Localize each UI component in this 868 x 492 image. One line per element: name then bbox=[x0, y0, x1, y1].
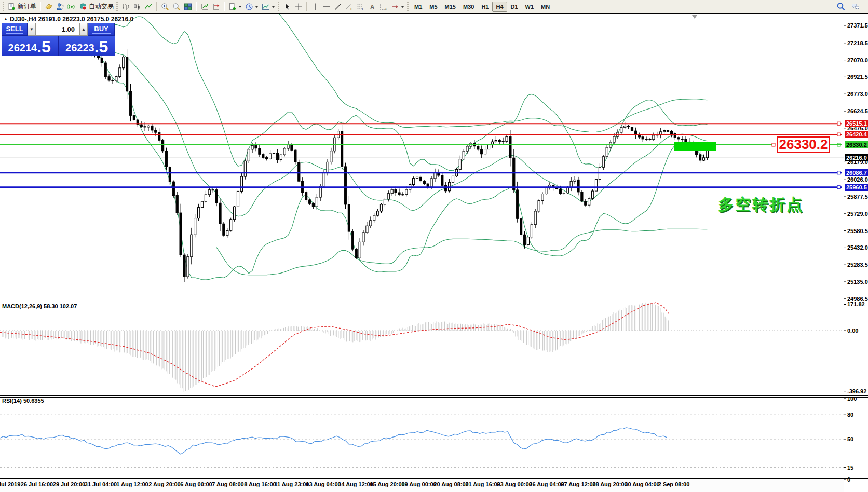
template-icon bbox=[262, 3, 270, 11]
price-axis-label: 26026.0 bbox=[847, 176, 868, 183]
timeframe-h1-button[interactable]: H1 bbox=[478, 2, 492, 12]
toolbar-separator bbox=[196, 2, 197, 11]
volume-decrease-button[interactable]: ▼ bbox=[28, 23, 36, 36]
time-axis-label: 7 Aug 08:00 bbox=[212, 481, 243, 487]
chat-button[interactable] bbox=[850, 1, 861, 12]
tile-windows-button[interactable] bbox=[182, 1, 194, 12]
text-button[interactable]: A bbox=[367, 1, 378, 12]
line-chart-button[interactable] bbox=[143, 1, 154, 12]
time-axis-label: 8 Aug 16:00 bbox=[244, 481, 276, 487]
price-axis-label: 25729.0 bbox=[847, 211, 868, 217]
caret-down-icon[interactable] bbox=[401, 3, 404, 11]
volume-increase-button[interactable]: ▲ bbox=[79, 23, 88, 36]
broadcast-icon bbox=[67, 3, 76, 11]
tiles-icon bbox=[184, 3, 192, 11]
trendline-button[interactable] bbox=[332, 1, 344, 12]
bars-icon bbox=[121, 3, 130, 11]
timeframe-mn-button[interactable]: MN bbox=[537, 2, 553, 12]
hline-handle[interactable] bbox=[837, 133, 840, 136]
shapes-icon bbox=[391, 3, 399, 11]
text-label-button[interactable]: T bbox=[378, 1, 389, 12]
time-axis-label: 30 Aug 04:00 bbox=[625, 481, 659, 487]
time-axis-label: 21 Aug 16:00 bbox=[465, 481, 500, 487]
caret-down-icon[interactable] bbox=[272, 3, 275, 11]
broadcast-button[interactable] bbox=[66, 1, 77, 12]
caret-down-icon[interactable] bbox=[238, 3, 242, 11]
channel-icon: E bbox=[345, 3, 354, 11]
timeframe-m15-button[interactable]: M15 bbox=[441, 2, 459, 12]
timeframe-m30-button[interactable]: M30 bbox=[459, 2, 478, 12]
rsi-label: RSI(14) 50.6355 bbox=[2, 398, 44, 404]
price-axis-label: 25877.5 bbox=[847, 194, 868, 200]
toolbar-grip bbox=[278, 2, 279, 11]
templates-dropdown[interactable] bbox=[260, 1, 277, 12]
zoom-out-button[interactable] bbox=[171, 1, 182, 12]
sell-price-display[interactable]: 26214.5 bbox=[2, 36, 58, 56]
candle-chart-button[interactable] bbox=[131, 1, 143, 12]
chart-shift-marker[interactable] bbox=[692, 15, 697, 19]
periods-dropdown[interactable] bbox=[243, 1, 260, 12]
bar-chart-button[interactable] bbox=[120, 1, 131, 12]
vertical-line-button[interactable] bbox=[309, 1, 321, 12]
price-tag-label[interactable]: 26330.2 bbox=[777, 136, 830, 153]
bollinger-bands bbox=[73, 13, 707, 280]
cursor-button[interactable] bbox=[281, 1, 293, 12]
zoom-in-button[interactable] bbox=[159, 1, 171, 12]
turning-point-note[interactable]: 多空转折点 bbox=[718, 194, 804, 215]
timeframe-m5-button[interactable]: M5 bbox=[426, 2, 441, 12]
chart-dropdown-icon[interactable]: ▲ bbox=[4, 17, 8, 21]
market-watch-button[interactable] bbox=[43, 1, 55, 12]
price-axis-label: 27218.5 bbox=[847, 40, 868, 46]
time-axis-label: 23 Aug 00:00 bbox=[497, 481, 532, 487]
toolbar-separator bbox=[156, 2, 157, 11]
clock-icon bbox=[245, 3, 253, 11]
price-axis-label: 26624.5 bbox=[847, 108, 868, 114]
rsi-axis-label: 0 bbox=[847, 476, 850, 483]
timeframe-m1-button[interactable]: M1 bbox=[411, 2, 426, 12]
buy-button[interactable]: BUY bbox=[88, 23, 115, 36]
indicator-window-button[interactable] bbox=[199, 1, 210, 12]
time-axis-label: 28 Aug 20:00 bbox=[592, 481, 627, 487]
price-axis-label: 25283.5 bbox=[847, 262, 868, 268]
timeframe-w1-button[interactable]: W1 bbox=[522, 2, 538, 12]
sell-button[interactable]: SELL bbox=[2, 23, 28, 36]
candles-icon bbox=[133, 3, 141, 11]
volume-input[interactable]: 1.00 bbox=[36, 23, 79, 36]
time-axis-label: 26 Jul 16:00 bbox=[21, 481, 53, 487]
price-badge-26515.1: 26515.1 bbox=[845, 120, 868, 127]
price-axis-label: 25580.5 bbox=[847, 228, 868, 234]
macd-axis-label: -396.92 bbox=[847, 388, 866, 394]
time-axis-label: 15 Aug 20:00 bbox=[370, 481, 404, 487]
chart-canvas bbox=[0, 13, 868, 492]
toolbar-separator bbox=[306, 2, 307, 11]
shapes-dropdown[interactable] bbox=[389, 1, 406, 12]
equidistant-channel-button[interactable]: E bbox=[344, 1, 355, 12]
toolbar-separator bbox=[224, 2, 225, 11]
crosshair-button[interactable] bbox=[293, 1, 304, 12]
search-button[interactable] bbox=[835, 1, 847, 12]
hline-handle[interactable] bbox=[837, 171, 840, 174]
time-axis-label: 11 Aug 23:00 bbox=[275, 481, 309, 487]
timeframe-d1-button[interactable]: D1 bbox=[507, 2, 522, 12]
auto-trading-button[interactable]: 自动交易 bbox=[77, 1, 115, 12]
time-axis-label: 27 Aug 12:00 bbox=[561, 481, 595, 487]
macd-axis-label: 0.00 bbox=[847, 327, 858, 334]
hline-handle[interactable] bbox=[837, 122, 840, 125]
new-chart-dropdown[interactable] bbox=[227, 1, 243, 12]
macd-axis-label: 171.82 bbox=[847, 301, 865, 307]
svg-text:T: T bbox=[385, 7, 387, 11]
hline-handle[interactable] bbox=[837, 186, 840, 189]
buy-price-display[interactable]: 26223.5 bbox=[59, 36, 115, 56]
indicator-window-2-button[interactable] bbox=[210, 1, 222, 12]
toolbar-grip bbox=[3, 2, 4, 11]
profile-button[interactable] bbox=[55, 1, 66, 12]
caret-down-icon[interactable] bbox=[255, 3, 259, 11]
time-axis[interactable]: 25 Jul 201926 Jul 16:0029 Jul 20:0031 Ju… bbox=[0, 479, 844, 492]
fibonacci-button[interactable]: F bbox=[355, 1, 367, 12]
time-axis-label: 29 Jul 20:00 bbox=[53, 481, 85, 487]
new-order-button[interactable]: 新订单 bbox=[6, 1, 38, 12]
timeframe-h4-button[interactable]: H4 bbox=[492, 2, 507, 12]
horizontal-line-button[interactable] bbox=[321, 1, 332, 12]
rsi-axis-label: 100 bbox=[847, 395, 857, 402]
green-zone-rectangle[interactable] bbox=[674, 142, 716, 151]
